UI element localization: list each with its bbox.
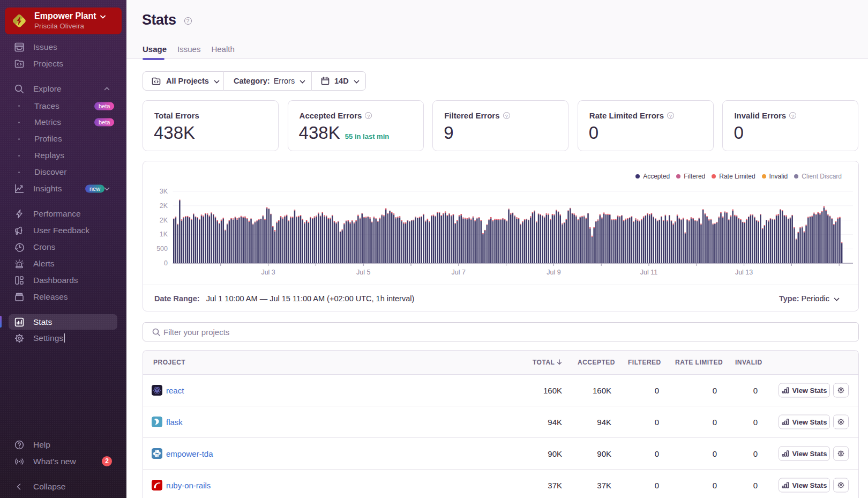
svg-text:1K: 1K bbox=[160, 231, 168, 238]
svg-text:Jul 5: Jul 5 bbox=[356, 269, 370, 276]
svg-text:500: 500 bbox=[156, 245, 168, 252]
svg-text:Jul 11: Jul 11 bbox=[640, 269, 657, 276]
svg-text:Jul 7: Jul 7 bbox=[452, 269, 466, 276]
svg-text:Jul 13: Jul 13 bbox=[735, 269, 753, 276]
svg-text:3K: 3K bbox=[160, 188, 168, 195]
svg-text:Jul 3: Jul 3 bbox=[261, 269, 275, 276]
svg-text:2K: 2K bbox=[160, 202, 168, 210]
svg-text:0: 0 bbox=[164, 259, 168, 267]
svg-text:2K: 2K bbox=[160, 217, 168, 224]
svg-text:Jul 9: Jul 9 bbox=[547, 269, 560, 276]
